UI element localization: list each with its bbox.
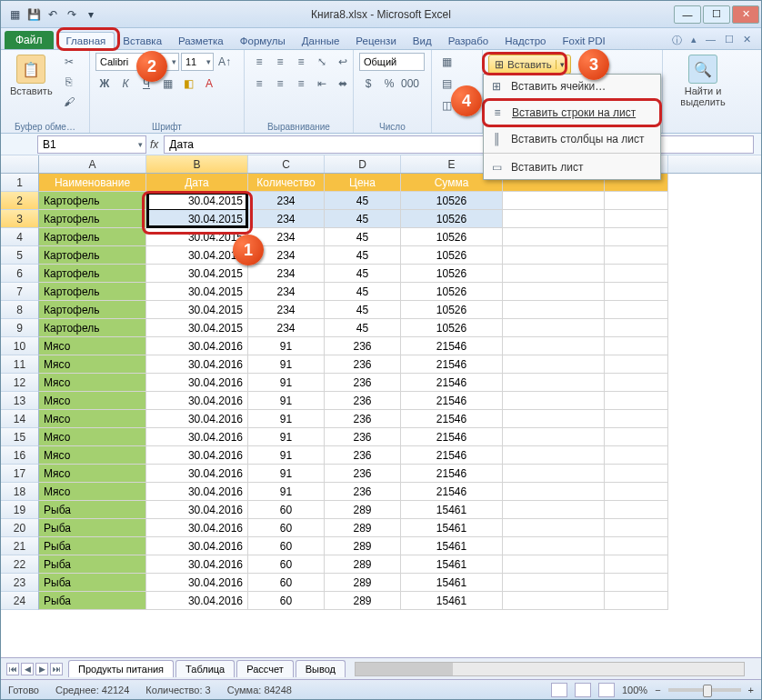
cell[interactable]: Картофель xyxy=(39,283,146,301)
cell[interactable]: 91 xyxy=(248,428,325,446)
cell[interactable]: Картофель xyxy=(39,319,146,337)
cell[interactable]: 91 xyxy=(248,465,325,483)
cell[interactable]: Картофель xyxy=(39,265,146,283)
close-button[interactable]: ✕ xyxy=(732,5,759,24)
cell[interactable] xyxy=(605,428,668,446)
cell[interactable]: 30.04.2015 xyxy=(146,301,248,319)
cell[interactable] xyxy=(605,592,668,610)
zoom-slider[interactable] xyxy=(668,688,741,692)
cell[interactable]: 10526 xyxy=(401,319,503,337)
cell[interactable]: Наименование xyxy=(39,174,146,192)
cell[interactable] xyxy=(503,246,605,265)
cell[interactable] xyxy=(503,283,605,301)
cell[interactable] xyxy=(503,192,605,210)
cell[interactable]: 15461 xyxy=(401,555,503,574)
cell[interactable]: 30.04.2016 xyxy=(146,519,248,537)
cell[interactable] xyxy=(503,465,605,483)
cell[interactable]: Рыба xyxy=(39,592,146,610)
cell[interactable] xyxy=(605,355,668,374)
cell[interactable]: 21546 xyxy=(401,337,503,355)
cell[interactable] xyxy=(503,537,605,555)
sheet-first-icon[interactable]: ⏮ xyxy=(6,663,19,675)
cell[interactable] xyxy=(503,319,605,337)
doc-close-icon[interactable]: ✕ xyxy=(740,32,754,49)
minimize-button[interactable]: — xyxy=(674,5,701,24)
insert-sheet-item[interactable]: ▭Вставить лист xyxy=(484,155,660,179)
bold-icon[interactable]: Ж xyxy=(95,75,114,93)
undo-icon[interactable]: ↶ xyxy=(45,6,61,23)
cell[interactable] xyxy=(605,465,668,483)
cell[interactable]: 91 xyxy=(248,355,325,374)
file-tab[interactable]: Файл xyxy=(5,31,54,49)
chevron-down-icon[interactable]: ▾ xyxy=(556,60,568,69)
cell[interactable]: 15461 xyxy=(401,519,503,537)
cell[interactable]: 289 xyxy=(325,555,401,574)
sheet-tab[interactable]: Рассчет xyxy=(236,660,294,677)
font-color-icon[interactable]: A xyxy=(200,75,218,93)
cell[interactable] xyxy=(503,501,605,519)
row-header[interactable]: 13 xyxy=(1,392,39,410)
cell[interactable]: 30.04.2016 xyxy=(146,337,248,355)
cell[interactable]: 289 xyxy=(325,592,401,610)
cell[interactable]: 15461 xyxy=(401,501,503,519)
cell[interactable]: 234 xyxy=(248,210,325,228)
cell[interactable] xyxy=(605,374,668,392)
row-header[interactable]: 18 xyxy=(1,483,39,501)
cell[interactable]: 236 xyxy=(325,410,401,428)
cell[interactable] xyxy=(605,483,668,501)
cell[interactable] xyxy=(605,210,668,228)
cell[interactable]: Мясо xyxy=(39,483,146,501)
cell[interactable]: Мясо xyxy=(39,392,146,410)
cell[interactable]: 15461 xyxy=(401,574,503,592)
cell[interactable] xyxy=(503,592,605,610)
cell[interactable]: 236 xyxy=(325,483,401,501)
fill-color-icon[interactable]: ◧ xyxy=(179,75,197,93)
table-format-icon[interactable]: ▤ xyxy=(437,75,456,93)
grow-font-icon[interactable]: A↑ xyxy=(216,53,234,71)
cell[interactable]: 60 xyxy=(248,555,325,574)
horizontal-scrollbar[interactable] xyxy=(355,662,745,676)
tab-рецензи[interactable]: Рецензи xyxy=(347,33,404,49)
cell[interactable]: 234 xyxy=(248,283,325,301)
tab-разрабо[interactable]: Разрабо xyxy=(440,33,497,49)
cell[interactable]: 60 xyxy=(248,519,325,537)
cell[interactable]: 60 xyxy=(248,592,325,610)
zoom-in-icon[interactable]: + xyxy=(748,685,754,695)
row-header[interactable]: 12 xyxy=(1,374,39,392)
col-header-C[interactable]: C xyxy=(248,155,325,173)
cell[interactable]: Рыба xyxy=(39,574,146,592)
cell[interactable]: 21546 xyxy=(401,483,503,501)
cell[interactable]: Количество xyxy=(248,174,325,192)
page-break-icon[interactable] xyxy=(598,683,615,697)
italic-icon[interactable]: К xyxy=(116,75,135,93)
row-header[interactable]: 6 xyxy=(1,265,39,283)
cell[interactable]: 21546 xyxy=(401,446,503,465)
merge-icon[interactable]: ⬌ xyxy=(334,75,352,93)
cell[interactable]: 91 xyxy=(248,483,325,501)
cell[interactable] xyxy=(605,574,668,592)
cell[interactable]: Картофель xyxy=(39,228,146,246)
fx-icon[interactable]: fx xyxy=(150,138,158,151)
col-header-D[interactable]: D xyxy=(325,155,401,173)
sheet-next-icon[interactable]: ▶ xyxy=(35,663,48,675)
cell[interactable]: Картофель xyxy=(39,246,146,265)
row-header[interactable]: 1 xyxy=(1,174,39,192)
col-header-B[interactable]: B xyxy=(146,155,248,173)
formula-input[interactable] xyxy=(164,135,754,154)
help-icon[interactable]: ⓘ xyxy=(669,32,685,49)
cell[interactable]: 234 xyxy=(248,192,325,210)
row-header[interactable]: 17 xyxy=(1,465,39,483)
wrap-icon[interactable]: ↩ xyxy=(334,53,352,71)
sheet-tab[interactable]: Вывод xyxy=(296,660,346,677)
cell[interactable]: 30.04.2016 xyxy=(146,501,248,519)
percent-icon[interactable]: % xyxy=(380,75,398,93)
cell[interactable]: 30.04.2016 xyxy=(146,574,248,592)
cell[interactable]: 15461 xyxy=(401,592,503,610)
cell[interactable]: 91 xyxy=(248,410,325,428)
format-painter-icon[interactable]: 🖌 xyxy=(60,93,78,111)
cell[interactable]: 15461 xyxy=(401,537,503,555)
cell[interactable]: 30.04.2016 xyxy=(146,446,248,465)
cell[interactable]: 289 xyxy=(325,501,401,519)
cell[interactable] xyxy=(503,355,605,374)
cell[interactable]: 60 xyxy=(248,574,325,592)
